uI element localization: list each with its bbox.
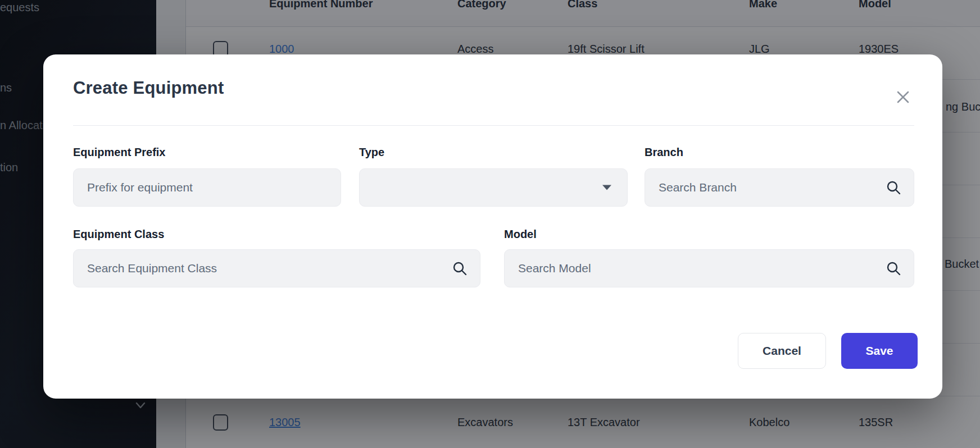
search-icon	[886, 180, 901, 195]
save-button[interactable]: Save	[841, 333, 918, 369]
cancel-button[interactable]: Cancel	[738, 333, 826, 369]
branch-label: Branch	[645, 145, 683, 159]
equipment-class-label: Equipment Class	[73, 227, 164, 241]
branch-search-input[interactable]	[645, 169, 914, 206]
search-icon	[452, 260, 468, 276]
type-select[interactable]	[359, 168, 628, 207]
create-equipment-modal: Create Equipment Equipment Prefix Type B…	[43, 54, 942, 399]
model-field	[504, 249, 914, 287]
modal-title: Create Equipment	[73, 78, 224, 98]
type-label: Type	[359, 145, 384, 159]
screen: equests ns n Allocati tion Equipment Num…	[0, 0, 980, 448]
equipment-prefix-label: Equipment Prefix	[73, 145, 165, 159]
model-search-input[interactable]	[505, 250, 914, 287]
equipment-class-field	[73, 249, 480, 287]
caret-down-icon	[602, 185, 611, 190]
divider	[73, 125, 914, 126]
equipment-prefix-input[interactable]	[74, 169, 341, 206]
close-button[interactable]	[892, 86, 914, 108]
close-icon	[895, 89, 911, 106]
equipment-class-search-input[interactable]	[74, 250, 480, 287]
model-label: Model	[504, 227, 537, 241]
branch-field	[645, 168, 914, 207]
equipment-prefix-field	[73, 168, 341, 207]
search-icon	[886, 260, 901, 276]
